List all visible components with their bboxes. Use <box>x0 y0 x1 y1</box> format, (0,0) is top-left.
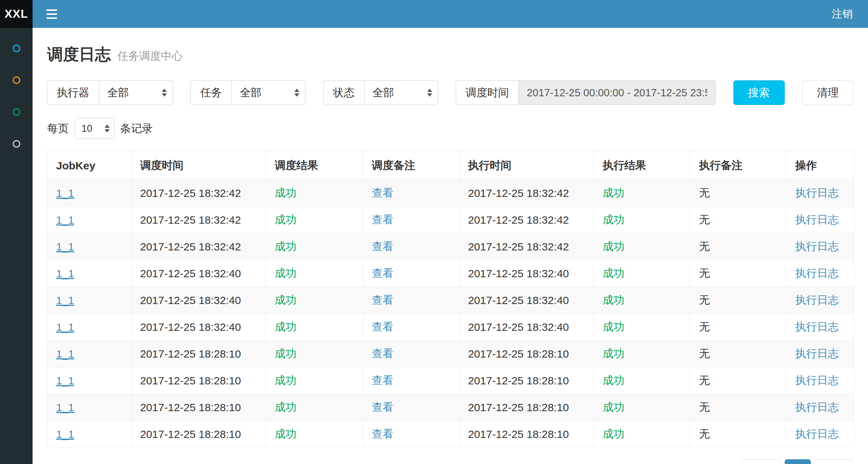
exec-log-link[interactable]: 执行日志 <box>795 374 839 386</box>
view-trigger-msg-link[interactable]: 查看 <box>372 187 393 199</box>
exec-log-link[interactable]: 执行日志 <box>795 428 839 440</box>
view-trigger-msg-link[interactable]: 查看 <box>372 428 393 440</box>
status-select[interactable]: 全部 <box>364 80 438 105</box>
select-arrows-icon <box>105 125 110 132</box>
cell-trigger-time: 2017-12-25 18:28:10 <box>131 421 266 448</box>
cell-action: 执行日志 <box>787 260 854 287</box>
next-page-button[interactable]: 下页 <box>814 459 854 464</box>
job-select-value: 全部 <box>240 85 261 100</box>
top-navbar: XXL 注销 <box>0 0 868 28</box>
log-table-header: JobKey 调度时间 调度结果 调度备注 执行时间 执行结果 执行备注 操作 <box>47 152 854 180</box>
prev-page-button[interactable]: 上页 <box>742 459 781 464</box>
view-trigger-msg-link[interactable]: 查看 <box>372 294 393 306</box>
cell-trigger-result: 成功 <box>266 260 363 287</box>
cell-trigger-time: 2017-12-25 18:28:10 <box>131 394 266 421</box>
view-trigger-msg-link[interactable]: 查看 <box>372 374 393 386</box>
jobkey-link[interactable]: 1_1 <box>56 187 74 199</box>
view-trigger-msg-link[interactable]: 查看 <box>372 214 393 225</box>
status-filter-label: 状态 <box>323 80 364 105</box>
table-row: 1_1 2017-12-25 18:28:10 成功 查看 2017-12-25… <box>47 367 854 394</box>
filter-bar: 执行器 全部 任务 全部 状态 全部 调度时间 搜索 清理 <box>47 80 854 105</box>
circle-icon <box>13 76 20 84</box>
cell-handle-time: 2017-12-25 18:28:10 <box>459 367 594 394</box>
cell-action: 执行日志 <box>787 180 854 207</box>
sidebar-item-4[interactable] <box>0 128 33 160</box>
jobkey-link[interactable]: 1_1 <box>56 214 74 226</box>
cell-handle-result: 成功 <box>594 367 690 394</box>
view-trigger-msg-link[interactable]: 查看 <box>372 321 393 333</box>
jobkey-link[interactable]: 1_1 <box>56 375 74 387</box>
table-row: 1_1 2017-12-25 18:32:42 成功 查看 2017-12-25… <box>47 233 854 260</box>
page-size-suffix: 条记录 <box>120 121 153 136</box>
cell-handle-time: 2017-12-25 18:32:42 <box>459 180 594 207</box>
exec-log-link[interactable]: 执行日志 <box>795 294 839 306</box>
cell-trigger-result: 成功 <box>266 180 363 207</box>
jobkey-link[interactable]: 1_1 <box>56 267 74 279</box>
cell-trigger-result: 成功 <box>266 394 363 421</box>
cell-trigger-result: 成功 <box>266 314 363 341</box>
cell-handle-time: 2017-12-25 18:28:10 <box>459 394 594 421</box>
cell-trigger-msg: 查看 <box>363 260 459 287</box>
cell-handle-msg: 无 <box>690 180 787 207</box>
table-row: 1_1 2017-12-25 18:32:40 成功 查看 2017-12-25… <box>47 314 854 341</box>
sidebar-item-3[interactable] <box>0 96 33 128</box>
time-range-input[interactable] <box>518 80 716 105</box>
cell-trigger-time: 2017-12-25 18:32:42 <box>131 207 266 233</box>
page-1-button[interactable]: 1 <box>785 459 811 464</box>
cell-trigger-result: 成功 <box>266 207 363 233</box>
cell-trigger-msg: 查看 <box>363 207 459 233</box>
cell-trigger-result: 成功 <box>266 341 363 367</box>
time-filter-group: 调度时间 <box>456 80 716 105</box>
executor-select[interactable]: 全部 <box>99 80 173 105</box>
jobkey-link[interactable]: 1_1 <box>56 348 74 360</box>
cell-handle-time: 2017-12-25 18:28:10 <box>459 421 594 448</box>
sidebar-item-1[interactable] <box>0 32 33 64</box>
exec-log-link[interactable]: 执行日志 <box>795 347 839 359</box>
sidebar-item-2[interactable] <box>0 64 33 96</box>
cell-trigger-result: 成功 <box>266 287 363 314</box>
table-row: 1_1 2017-12-25 18:32:42 成功 查看 2017-12-25… <box>47 180 854 207</box>
job-filter-label: 任务 <box>190 80 231 105</box>
status-filter-group: 状态 全部 <box>323 80 438 105</box>
cell-handle-time: 2017-12-25 18:32:40 <box>459 287 594 314</box>
app-logo[interactable]: XXL <box>0 0 33 28</box>
job-select[interactable]: 全部 <box>231 80 306 105</box>
view-trigger-msg-link[interactable]: 查看 <box>372 267 393 279</box>
page-size-select[interactable]: 10 <box>75 118 114 139</box>
search-button[interactable]: 搜索 <box>733 80 785 105</box>
cell-handle-time: 2017-12-25 18:32:42 <box>459 233 594 260</box>
cell-jobkey: 1_1 <box>47 207 131 233</box>
clear-button[interactable]: 清理 <box>802 80 854 105</box>
exec-log-link[interactable]: 执行日志 <box>795 321 839 333</box>
jobkey-link[interactable]: 1_1 <box>56 241 74 253</box>
header-handle-time: 执行时间 <box>459 152 594 180</box>
header-handle-result: 执行结果 <box>594 152 690 180</box>
cell-handle-msg: 无 <box>690 260 787 287</box>
sidebar-toggle-button[interactable] <box>44 6 59 22</box>
cell-jobkey: 1_1 <box>47 287 131 314</box>
cell-trigger-time: 2017-12-25 18:32:40 <box>131 260 266 287</box>
jobkey-link[interactable]: 1_1 <box>56 401 74 413</box>
cell-handle-msg: 无 <box>690 233 787 260</box>
jobkey-link[interactable]: 1_1 <box>56 428 74 440</box>
cell-handle-result: 成功 <box>594 180 690 207</box>
view-trigger-msg-link[interactable]: 查看 <box>372 401 393 413</box>
cell-handle-time: 2017-12-25 18:32:42 <box>459 207 594 233</box>
exec-log-link[interactable]: 执行日志 <box>795 187 839 199</box>
exec-log-link[interactable]: 执行日志 <box>795 214 839 225</box>
cell-handle-result: 成功 <box>594 287 690 314</box>
page-header: 调度日志 任务调度中心 <box>47 44 854 65</box>
jobkey-link[interactable]: 1_1 <box>56 321 74 333</box>
view-trigger-msg-link[interactable]: 查看 <box>372 240 393 252</box>
exec-log-link[interactable]: 执行日志 <box>795 267 839 279</box>
exec-log-link[interactable]: 执行日志 <box>795 240 839 252</box>
jobkey-link[interactable]: 1_1 <box>56 294 74 306</box>
hamburger-icon <box>46 17 57 19</box>
logout-link[interactable]: 注销 <box>832 7 853 21</box>
cell-trigger-time: 2017-12-25 18:32:42 <box>131 180 266 207</box>
cell-trigger-time: 2017-12-25 18:28:10 <box>131 341 266 367</box>
exec-log-link[interactable]: 执行日志 <box>795 401 839 413</box>
hamburger-icon <box>46 9 57 11</box>
view-trigger-msg-link[interactable]: 查看 <box>372 347 393 359</box>
pagination: 上页 1 下页 <box>742 459 854 464</box>
